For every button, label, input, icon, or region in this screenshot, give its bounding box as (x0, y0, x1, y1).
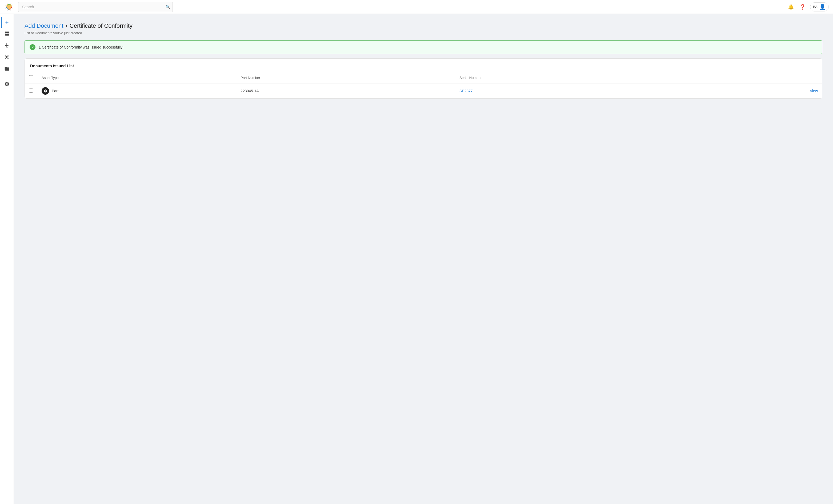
sidebar-item-add[interactable]: + (1, 17, 13, 28)
breadcrumb: Add Document › Certificate of Conformity (25, 22, 822, 29)
app-logo (4, 2, 14, 12)
success-message: 1 Certificate of Conformity was issued s… (39, 45, 123, 49)
breadcrumb-current: Certificate of Conformity (70, 22, 133, 29)
col-part-number: Part Number (236, 72, 455, 83)
svg-rect-1 (5, 31, 7, 33)
sidebar-item-documents[interactable] (2, 64, 12, 75)
row-checkbox[interactable] (29, 89, 33, 93)
topnav-right: 🔔 ❓ BA 👤 (787, 2, 829, 11)
dashboard-icon (4, 31, 9, 38)
serial-number-cell: SP2377 (455, 83, 693, 99)
table-row: Part 223045-1A SP2377 View (25, 83, 822, 99)
user-menu[interactable]: BA 👤 (810, 2, 829, 11)
sidebar: + (0, 14, 14, 504)
svg-rect-3 (5, 33, 7, 35)
breadcrumb-link[interactable]: Add Document (25, 22, 64, 29)
main-content: Add Document › Certificate of Conformity… (14, 14, 833, 504)
folder-icon (4, 66, 9, 73)
documents-table: Asset Type Part Number Serial Number (25, 72, 822, 98)
svg-rect-2 (7, 31, 9, 33)
select-all-header (25, 72, 37, 83)
success-icon: ✓ (30, 44, 35, 50)
plus-icon: + (5, 19, 9, 26)
svg-rect-4 (7, 33, 9, 35)
serial-number-link[interactable]: SP2377 (459, 89, 473, 93)
sidebar-item-flights[interactable] (2, 41, 12, 51)
settings-icon (4, 81, 9, 88)
search-input[interactable] (18, 2, 173, 12)
app-body: + (0, 14, 833, 504)
part-number-cell: 223045-1A (236, 83, 455, 99)
table-card-header: Documents Issued List (25, 59, 822, 72)
action-cell: View (693, 83, 822, 99)
sidebar-item-dashboard[interactable] (2, 29, 12, 40)
page-subtitle: List of Documents you've just created (25, 31, 822, 35)
sidebar-item-maintenance[interactable] (2, 52, 12, 63)
col-serial-number: Serial Number (455, 72, 693, 83)
airplane-icon (4, 43, 9, 49)
documents-table-card: Documents Issued List Asset Type Part Nu… (25, 58, 822, 99)
success-banner: ✓ 1 Certificate of Conformity was issued… (25, 40, 822, 54)
select-all-checkbox[interactable] (29, 75, 33, 79)
sidebar-divider (3, 77, 11, 77)
col-asset-type: Asset Type (37, 72, 236, 83)
user-initials: BA (813, 5, 817, 9)
col-action (693, 72, 822, 83)
help-button[interactable]: ❓ (798, 3, 807, 11)
search-icon: 🔍 (166, 5, 170, 9)
search-wrapper: 🔍 (18, 2, 173, 12)
row-checkbox-cell (25, 83, 37, 99)
top-navigation: 🔍 🔔 ❓ BA 👤 (0, 0, 833, 14)
asset-type-cell: Part (37, 83, 236, 99)
sidebar-item-settings[interactable] (2, 79, 12, 90)
part-icon (42, 87, 49, 95)
breadcrumb-separator: › (66, 22, 68, 29)
maintenance-icon (4, 54, 9, 61)
asset-type-label: Part (52, 89, 59, 93)
notifications-button[interactable]: 🔔 (787, 3, 795, 11)
view-link[interactable]: View (810, 89, 818, 93)
user-avatar-icon: 👤 (819, 4, 826, 10)
